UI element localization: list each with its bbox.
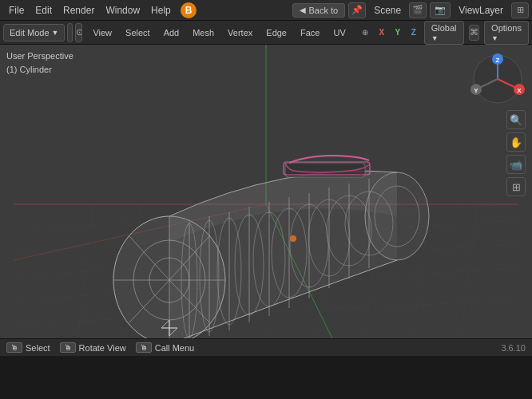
scene-icon[interactable]: 🎬 — [409, 2, 427, 18]
view-menu-btn[interactable]: View — [87, 24, 117, 41]
select-key: 🖱 — [6, 342, 22, 353]
rotate-status: 🖱 Rotate View — [60, 342, 126, 353]
zoom-icon[interactable]: 🔍 — [506, 110, 526, 129]
viewlayer-icon[interactable]: ⊞ — [511, 2, 529, 18]
edit-mode-button[interactable]: Edit Mode ▼ — [3, 24, 65, 41]
select-mode-group — [67, 23, 72, 42]
menu-status: 🖱 Call Menu — [136, 342, 195, 353]
svg-text:B: B — [185, 5, 192, 16]
uv-menu-btn[interactable]: UV — [328, 24, 351, 41]
viewlayer-label: ViewLayer — [454, 5, 508, 16]
svg-text:Y: Y — [474, 87, 478, 94]
x-axis-btn[interactable]: X — [374, 25, 390, 41]
statusbar: 🖱 Select 🖱 Rotate View 🖱 Call Menu 3.6.1… — [0, 338, 532, 356]
grid-view-icon[interactable]: ⊞ — [506, 177, 526, 196]
blender-logo: B — [180, 2, 197, 19]
menu-help[interactable]: Help — [145, 3, 177, 18]
back-button[interactable]: ◀ Back to — [292, 3, 345, 18]
vertex-mode-btn[interactable] — [68, 24, 72, 41]
menu-window[interactable]: Window — [100, 3, 145, 18]
top-menu-bar: File Edit Render Window Help B ◀ Back to… — [0, 0, 532, 21]
extra-tools-group: ⊙ 🧲 ✦ ⇔ ◎ — [75, 23, 82, 42]
rotate-key: 🖱 — [60, 342, 76, 353]
menu-render[interactable]: Render — [58, 3, 100, 18]
global-dropdown[interactable]: Global ▼ — [424, 21, 464, 45]
svg-text:Z: Z — [496, 57, 500, 64]
camera-icon[interactable]: 📷 — [430, 2, 451, 18]
pan-icon[interactable]: ✋ — [506, 132, 526, 152]
xyz-icon: ⊕ — [356, 25, 374, 41]
proportional-edit-btn[interactable]: ⊙ — [76, 24, 82, 41]
vertex-menu-btn[interactable]: Vertex — [222, 24, 258, 41]
select-label: Select — [26, 343, 50, 353]
toolbar: Edit Mode ▼ ⊙ 🧲 ✦ ⇔ ◎ View Select Add Me… — [0, 21, 532, 45]
viewport-3d[interactable]: User Perspective (1) Cylinder Z X Y 🔍 ✋ … — [0, 45, 532, 338]
menu-label: Call Menu — [155, 343, 195, 353]
z-axis-btn[interactable]: Z — [406, 25, 422, 41]
scene-label: Scene — [369, 5, 406, 16]
select-menu-btn[interactable]: Select — [120, 24, 156, 41]
menu-file[interactable]: File — [3, 3, 30, 18]
menu-edit[interactable]: Edit — [30, 3, 58, 18]
svg-point-63 — [290, 235, 296, 242]
rotate-label: Rotate View — [79, 343, 126, 353]
xyz-group: ⊕ X Y Z — [356, 25, 422, 41]
svg-text:X: X — [517, 87, 522, 94]
options-button[interactable]: Options ▼ — [484, 21, 529, 45]
face-menu-btn[interactable]: Face — [295, 24, 325, 41]
y-axis-btn[interactable]: Y — [390, 25, 406, 41]
version-label: 3.6.10 — [501, 343, 526, 353]
select-status: 🖱 Select — [6, 342, 50, 353]
navigation-gizmo[interactable]: Z X Y — [470, 51, 526, 107]
transform-orientations-icon[interactable]: ⌘ — [469, 25, 479, 41]
menu-key: 🖱 — [136, 342, 152, 353]
add-menu-btn[interactable]: Add — [158, 24, 185, 41]
top-center-controls: ◀ Back to 📌 Scene 🎬 📷 ViewLayer ⊞ — [292, 2, 529, 18]
camera-view-icon[interactable]: 📹 — [506, 155, 526, 174]
edge-menu-btn[interactable]: Edge — [260, 24, 292, 41]
viewport-tools: 🔍 ✋ 📹 ⊞ — [506, 110, 526, 196]
scene-pin-icon[interactable]: 📌 — [348, 2, 366, 18]
mesh-menu-btn[interactable]: Mesh — [187, 24, 220, 41]
